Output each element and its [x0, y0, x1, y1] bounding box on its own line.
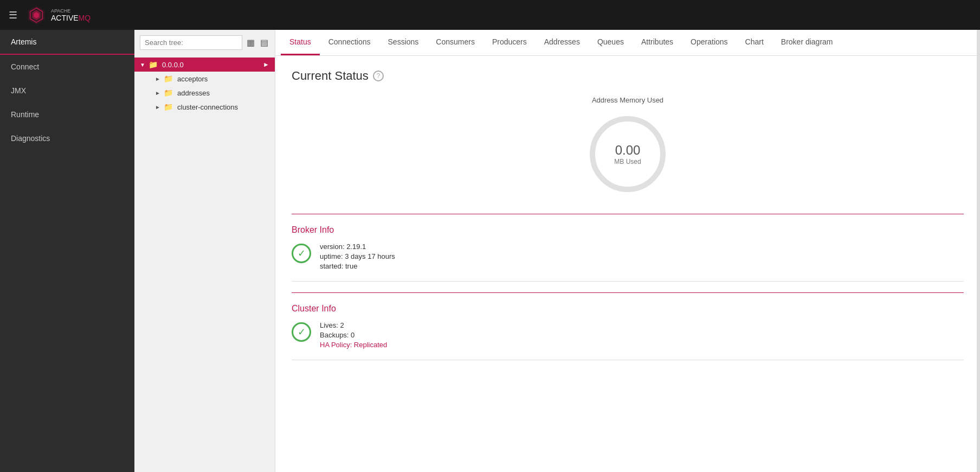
tab-queues[interactable]: Queues [589, 30, 633, 55]
tree-label-acceptors: acceptors [177, 75, 208, 83]
tree-panel: ▦ ▤ ▼ 📁 0.0.0.0 ► ► 📁 acceptors ► 📁 [134, 30, 275, 472]
logo-brand: APACHE ACTIVEMQ [51, 8, 91, 22]
help-icon[interactable]: ? [373, 71, 384, 81]
tab-connections[interactable]: Connections [320, 30, 379, 55]
tree-node-root[interactable]: ▼ 📁 0.0.0.0 ► [134, 58, 275, 72]
gauge-unit: MB Used [614, 158, 641, 165]
cluster-ha-policy: HA Policy: Replicated [320, 341, 387, 349]
broker-check-icon: ✓ [292, 244, 311, 263]
sidebar-item-artemis[interactable]: Artemis [0, 30, 134, 55]
folder-icon-cluster: 📁 [164, 103, 173, 111]
top-nav: ☰ APACHE ACTIVEMQ [0, 0, 980, 30]
cluster-check-icon: ✓ [292, 322, 311, 342]
broker-info-title: Broker Info [292, 225, 964, 235]
broker-info-row: ✓ version: 2.19.1 uptime: 3 days 17 hour… [292, 243, 964, 270]
tree-node-addresses[interactable]: ► 📁 addresses [150, 86, 275, 100]
sidebar-item-jmx[interactable]: JMX [0, 79, 134, 103]
cluster-info-row: ✓ Lives: 2 Backups: 0 HA Policy: Replica… [292, 321, 964, 349]
sidebar-item-connect[interactable]: Connect [0, 55, 134, 79]
logo-mq-text: MQ [79, 14, 91, 22]
tree-arrow-addresses: ► [155, 90, 162, 96]
tree-content: ▼ 📁 0.0.0.0 ► ► 📁 acceptors ► 📁 addresse… [134, 55, 275, 472]
tree-node-arrow-right: ► [263, 61, 269, 68]
folder-icon-root: 📁 [149, 60, 158, 69]
expand-all-icon[interactable]: ▦ [246, 36, 256, 49]
sidebar: Artemis Connect JMX Runtime Diagnostics [0, 30, 134, 472]
content-body: Current Status ? Address Memory Used 0.0… [275, 56, 980, 472]
cluster-info-details: Lives: 2 Backups: 0 HA Policy: Replicate… [320, 321, 387, 349]
gauge-section: Address Memory Used 0.00 MB Used [292, 96, 964, 197]
collapse-all-icon[interactable]: ▤ [259, 36, 269, 49]
tree-search-bar: ▦ ▤ [134, 30, 275, 55]
tab-status[interactable]: Status [281, 30, 320, 55]
folder-icon-addresses: 📁 [164, 88, 173, 97]
broker-info-section: Broker Info ✓ version: 2.19.1 uptime: 3 … [292, 225, 964, 270]
logo-area: APACHE ACTIVEMQ [26, 5, 91, 25]
main-layout: Artemis Connect JMX Runtime Diagnostics … [0, 30, 980, 472]
tree-label-addresses: addresses [177, 89, 210, 97]
tree-arrow-acceptors: ► [155, 76, 162, 82]
logo-icon [26, 5, 47, 25]
divider-4 [292, 360, 964, 360]
tree-arrow-root: ▼ [140, 62, 146, 68]
cluster-info-section: Cluster Info ✓ Lives: 2 Backups: 0 HA Po… [292, 304, 964, 349]
gauge-center-text: 0.00 MB Used [614, 143, 641, 165]
tree-arrow-cluster: ► [155, 104, 162, 110]
divider-3 [292, 292, 964, 293]
tree-search-input[interactable] [140, 35, 242, 50]
page-title: Current Status [292, 69, 369, 83]
tab-attributes[interactable]: Attributes [633, 30, 682, 55]
tab-operations[interactable]: Operations [682, 30, 736, 55]
broker-uptime: uptime: 3 days 17 hours [320, 252, 395, 260]
hamburger-icon[interactable]: ☰ [9, 9, 17, 21]
tab-chart[interactable]: Chart [737, 30, 772, 55]
cluster-lives: Lives: 2 [320, 321, 387, 329]
tab-sessions[interactable]: Sessions [379, 30, 428, 55]
tree-node-cluster-connections[interactable]: ► 📁 cluster-connections [150, 100, 275, 114]
sidebar-item-diagnostics[interactable]: Diagnostics [0, 126, 134, 150]
tree-label-root: 0.0.0.0 [162, 61, 184, 69]
gauge-label: Address Memory Used [592, 96, 663, 104]
gauge-container: 0.00 MB Used [584, 111, 671, 197]
tabs-bar: Status Connections Sessions Consumers Pr… [275, 30, 980, 56]
logo-active-text: ACTIVE [51, 14, 79, 22]
content-area: Status Connections Sessions Consumers Pr… [275, 30, 980, 472]
cluster-info-title: Cluster Info [292, 304, 964, 314]
folder-icon-acceptors: 📁 [164, 74, 173, 83]
broker-version: version: 2.19.1 [320, 243, 395, 251]
resize-handle[interactable] [977, 30, 980, 472]
tree-label-cluster: cluster-connections [177, 103, 238, 111]
tab-broker-diagram[interactable]: Broker diagram [772, 30, 842, 55]
cluster-backups: Backups: 0 [320, 331, 387, 339]
broker-info-details: version: 2.19.1 uptime: 3 days 17 hours … [320, 243, 395, 270]
broker-started: started: true [320, 262, 395, 270]
divider-2 [292, 281, 964, 282]
tab-producers[interactable]: Producers [483, 30, 536, 55]
sidebar-item-runtime[interactable]: Runtime [0, 103, 134, 126]
apache-label: APACHE [51, 8, 91, 14]
tab-consumers[interactable]: Consumers [427, 30, 483, 55]
tree-node-acceptors[interactable]: ► 📁 acceptors [150, 72, 275, 86]
page-title-area: Current Status ? [292, 69, 964, 83]
gauge-value: 0.00 [614, 143, 641, 158]
tree-children: ► 📁 acceptors ► 📁 addresses ► 📁 cluster-… [134, 72, 275, 114]
divider-1 [292, 214, 964, 214]
tab-addresses[interactable]: Addresses [536, 30, 589, 55]
